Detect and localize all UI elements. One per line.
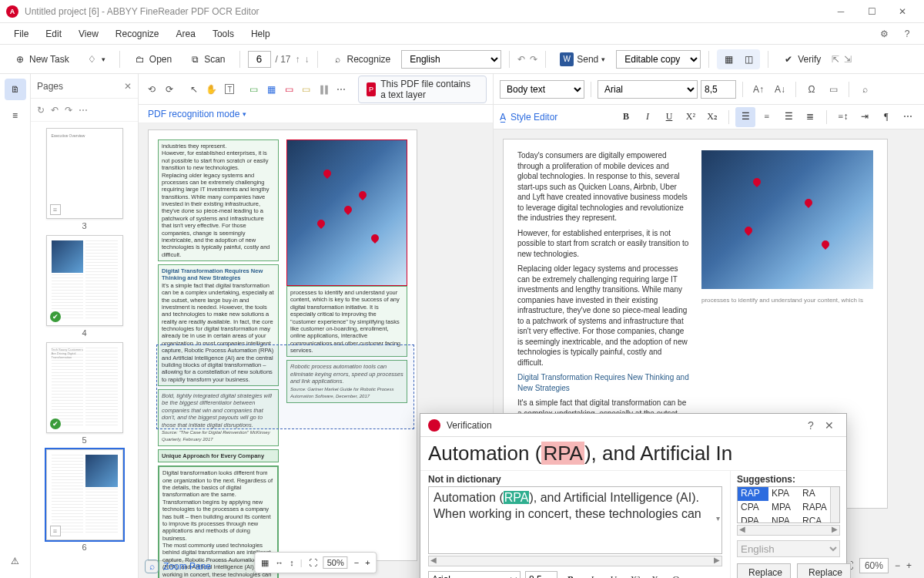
italic-icon[interactable]: I xyxy=(584,571,601,578)
textarea-hscroll[interactable] xyxy=(428,556,722,566)
recognize-button[interactable]: ⌕Recognize xyxy=(326,50,397,69)
decrease-font-icon[interactable]: A↓ xyxy=(771,80,789,99)
open-button[interactable]: 🗀Open xyxy=(128,50,178,69)
superscript-icon[interactable]: X² xyxy=(681,107,701,127)
suggestions-list[interactable]: RAPKPARA CPAMPARAPA DPANPARCA GPAPAREA xyxy=(737,486,840,523)
subscript-icon[interactable]: X₂ xyxy=(702,107,722,127)
menu-recognize[interactable]: Recognize xyxy=(108,25,167,42)
more-format-icon[interactable]: ⋯ xyxy=(898,107,918,127)
menu-view[interactable]: View xyxy=(71,25,106,42)
thumb-4[interactable]: ✔4 xyxy=(46,235,123,338)
omega-icon[interactable]: Ω xyxy=(802,80,821,99)
verif-language-select[interactable]: English xyxy=(737,540,840,557)
italic-icon[interactable]: I xyxy=(638,107,658,127)
verif-size-input[interactable] xyxy=(525,571,557,578)
prev-error-icon[interactable]: ⇱ xyxy=(832,54,839,65)
underline-icon[interactable]: U xyxy=(605,571,622,578)
font-size-input[interactable] xyxy=(701,80,736,99)
language-select[interactable]: English xyxy=(401,50,501,69)
thumb-more-icon[interactable]: ⋯ xyxy=(79,105,88,116)
page-down-icon[interactable]: ↓ xyxy=(305,54,310,65)
thumb-5[interactable]: Tech Saavy Customers Are Driving Digital… xyxy=(46,342,123,445)
omega-icon[interactable]: Ω▾ xyxy=(670,571,687,578)
rotate-left-icon[interactable]: ⟲ xyxy=(145,79,159,99)
subscript-icon[interactable]: X₂ xyxy=(648,571,665,578)
maximize-button[interactable]: ☐ xyxy=(856,1,887,22)
page-up-icon[interactable]: ↑ xyxy=(296,54,300,65)
style-editor-link[interactable]: Style Editor xyxy=(511,112,557,123)
pdf-mode-label[interactable]: PDF recognition mode xyxy=(148,109,239,119)
thumb-refresh-icon[interactable]: ↻ xyxy=(37,105,45,116)
area-picture-icon[interactable]: ▭ xyxy=(282,79,296,99)
thumb-6[interactable]: ≡6 xyxy=(46,449,123,552)
send-button[interactable]: WSend▾ xyxy=(554,49,611,69)
verification-textarea[interactable]: Automation (RPA), and Artificial Intelli… xyxy=(428,486,722,554)
superscript-icon[interactable]: X² xyxy=(627,571,644,578)
pointer-icon[interactable]: ↖ xyxy=(187,79,202,99)
mode-warnings[interactable]: ⚠ xyxy=(5,550,26,572)
close-button[interactable]: ✕ xyxy=(887,1,918,22)
menu-help[interactable]: Help xyxy=(243,25,278,42)
pages-close-icon[interactable]: ✕ xyxy=(124,81,132,92)
area-background-icon[interactable]: ▭ xyxy=(300,79,314,99)
verif-font-select[interactable]: Arial xyxy=(428,571,521,578)
hand-icon[interactable]: ✋ xyxy=(205,79,219,99)
area-barcode-icon[interactable]: ∥∥ xyxy=(316,79,331,99)
indent-icon[interactable]: ⇥ xyxy=(855,107,875,127)
mode-pages[interactable]: 🗎 xyxy=(5,79,26,100)
undo-icon[interactable]: ↶ xyxy=(517,54,525,65)
underline-icon[interactable]: U xyxy=(659,107,679,127)
fit-page-icon[interactable]: ↕ xyxy=(290,558,294,567)
dialog-help-icon[interactable]: ? xyxy=(802,419,820,432)
scan-button[interactable]: ⧉Scan xyxy=(182,50,231,69)
zoom-in-icon[interactable]: + xyxy=(906,560,912,571)
zoom-out-icon[interactable]: − xyxy=(354,558,359,567)
next-error-icon[interactable]: ⇲ xyxy=(844,54,852,65)
thumb-undo-icon[interactable]: ↶ xyxy=(51,105,59,116)
zoom-pane-toggle[interactable]: ⌕ Zoom Pane xyxy=(145,560,211,573)
picture-area[interactable] xyxy=(286,139,407,286)
thumb-redo-icon[interactable]: ↷ xyxy=(65,105,72,116)
settings-icon[interactable]: ⚙ xyxy=(873,25,895,43)
rotate-right-icon[interactable]: ⟳ xyxy=(162,79,177,99)
verify-button[interactable]: ✔Verify xyxy=(776,50,827,69)
area-text-icon[interactable]: ▭ xyxy=(247,79,262,99)
new-task-button[interactable]: ⊕New Task xyxy=(8,50,75,69)
align-left-icon[interactable]: ☰ xyxy=(735,107,755,127)
line-spacing-icon[interactable]: ≡↕ xyxy=(833,107,853,127)
dialog-close-icon[interactable]: ✕ xyxy=(820,419,839,432)
grid-icon[interactable]: ▦ xyxy=(261,558,269,568)
thumb-3[interactable]: Executive Overview≡3 xyxy=(46,128,123,230)
help-icon[interactable]: ? xyxy=(896,25,918,43)
area-more-icon[interactable]: ⋯ xyxy=(334,79,349,99)
fit-width-icon[interactable]: ↔ xyxy=(275,558,283,567)
suggestions-hscroll[interactable] xyxy=(737,525,840,536)
selection-overlay[interactable] xyxy=(156,344,414,429)
zoom-out-icon[interactable]: − xyxy=(895,560,900,571)
thumbnails[interactable]: Executive Overview≡3 ✔4 Tech Saavy Custo… xyxy=(31,122,138,578)
align-center-icon[interactable]: ≡ xyxy=(757,107,777,127)
search-icon[interactable]: ⌕ xyxy=(855,80,874,99)
page-number-input[interactable] xyxy=(248,51,271,68)
bold-icon[interactable]: B xyxy=(562,571,579,578)
show-marks-icon[interactable]: ¶ xyxy=(876,107,896,127)
document-page[interactable]: industries they represent.However, for e… xyxy=(148,129,417,561)
menu-file[interactable]: File xyxy=(6,25,36,42)
scroll-down-icon[interactable]: ▾ xyxy=(716,513,720,523)
save-mode-select[interactable]: Editable copy xyxy=(616,50,701,69)
redo-icon[interactable]: ↷ xyxy=(530,54,537,65)
style-editor-icon[interactable]: A̲ xyxy=(500,112,506,123)
increase-font-icon[interactable]: A↑ xyxy=(749,80,768,99)
zoom-value[interactable]: 50% xyxy=(323,556,348,569)
select-text-icon[interactable]: 🅃 xyxy=(222,79,236,99)
area-table-icon[interactable]: ▦ xyxy=(264,79,279,99)
paragraph-style-select[interactable]: Body text xyxy=(500,80,584,99)
font-select[interactable]: Arial xyxy=(598,80,698,99)
align-justify-icon[interactable]: ≣ xyxy=(800,107,820,127)
replace-button[interactable]: Replace xyxy=(737,563,791,578)
text-zoom-value[interactable]: 60% xyxy=(859,558,889,573)
replace-all-button[interactable]: Replace All xyxy=(797,563,851,578)
picture-icon[interactable]: ▭ xyxy=(824,80,842,99)
zoom-in-icon[interactable]: + xyxy=(365,558,370,567)
stack-button[interactable]: ♢▾ xyxy=(80,50,112,69)
